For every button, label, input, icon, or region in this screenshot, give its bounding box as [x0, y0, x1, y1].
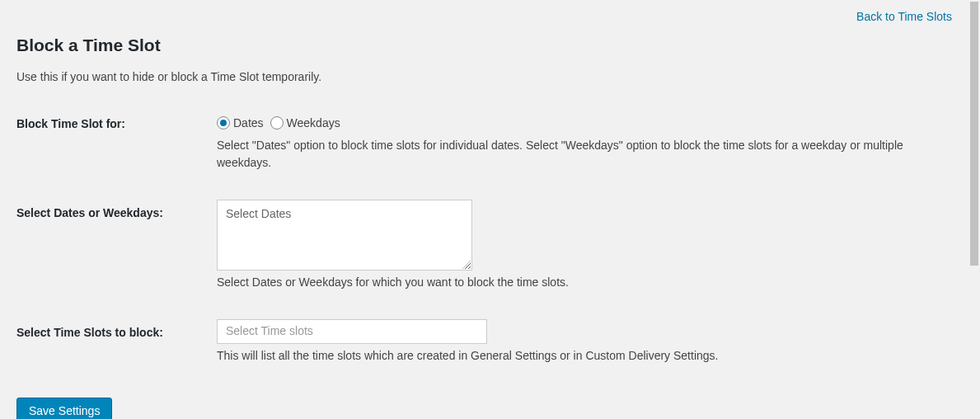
select-time-slots-hint: This will list all the time slots which … [217, 347, 942, 365]
scrollbar-track[interactable] [968, 0, 980, 419]
select-time-slots-label: Select Time Slots to block: [16, 326, 163, 339]
radio-item-dates[interactable]: Dates [217, 115, 264, 132]
resize-handle-icon [461, 259, 471, 269]
scrollbar-thumb[interactable] [970, 2, 978, 266]
row-select-dates: Select Dates or Weekdays: Select Dates S… [16, 200, 952, 291]
radio-weekdays-label: Weekdays [287, 115, 340, 132]
top-link-container: Back to Time Slots [16, 8, 952, 26]
page-title: Block a Time Slot [16, 32, 952, 59]
svg-line-2 [469, 267, 471, 269]
select-dates-label: Select Dates or Weekdays: [16, 206, 163, 219]
select-dates-hint: Select Dates or Weekdays for which you w… [217, 274, 942, 291]
row-select-time-slots: Select Time Slots to block: Select Time … [16, 319, 952, 365]
page-description: Use this if you want to hide or block a … [16, 68, 952, 86]
select-dates-input[interactable]: Select Dates [217, 200, 472, 271]
back-to-time-slots-link[interactable]: Back to Time Slots [856, 10, 952, 23]
svg-line-1 [466, 264, 471, 269]
save-settings-button[interactable]: Save Settings [16, 398, 112, 420]
block-for-hint: Select "Dates" option to block time slot… [217, 137, 942, 172]
label-col: Block Time Slot for: [16, 111, 217, 133]
field-col: Select Dates Select Dates or Weekdays fo… [217, 200, 952, 291]
select-dates-placeholder: Select Dates [226, 207, 291, 220]
select-time-slots-input[interactable]: Select Time slots [217, 319, 487, 344]
block-for-radio-group: Dates Weekdays [217, 115, 952, 132]
radio-dates-label: Dates [233, 115, 264, 132]
block-for-label: Block Time Slot for: [16, 117, 125, 130]
svg-line-0 [462, 261, 471, 269]
radio-dates-icon [217, 116, 230, 129]
field-col: Select Time slots This will list all the… [217, 319, 952, 365]
label-col: Select Dates or Weekdays: [16, 200, 217, 222]
select-time-slots-placeholder: Select Time slots [226, 322, 313, 340]
row-block-time-slot-for: Block Time Slot for: Dates Weekdays Sele… [16, 111, 952, 172]
radio-weekdays-icon [270, 116, 284, 129]
label-col: Select Time Slots to block: [16, 319, 217, 341]
radio-item-weekdays[interactable]: Weekdays [270, 115, 340, 132]
field-col: Dates Weekdays Select "Dates" option to … [217, 111, 952, 172]
